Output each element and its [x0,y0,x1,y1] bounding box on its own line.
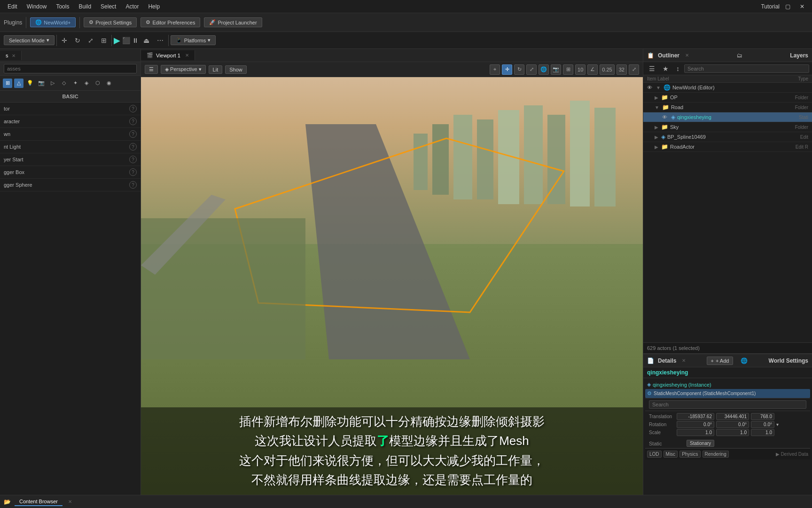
close-btn[interactable]: ✕ [796,2,808,11]
list-item-character[interactable]: aracter ? [0,115,141,128]
left-panel-tab[interactable]: s ✕ [0,51,22,60]
outliner-star-btn[interactable]: ★ [660,64,671,74]
visibility-icon-qingxie[interactable]: 👁 [662,114,667,120]
select-mode-icon[interactable]: ⌖ [490,64,500,75]
expand-arrow-sky[interactable]: ▶ [655,125,658,130]
rendering-btn[interactable]: Rendering [703,451,729,458]
outliner-item-qingxiesheying[interactable]: 👁 ◈ qingxiesheying Stati [643,112,812,122]
filter-material-icon[interactable]: ◉ [104,79,114,88]
rotation-z[interactable] [751,421,774,428]
menu-tools[interactable]: Tools [52,2,73,11]
help-icon-start[interactable]: ? [129,156,137,163]
translation-y[interactable] [716,413,749,420]
snap-tool[interactable]: ⊞ [98,35,109,46]
close-content-browser[interactable]: ✕ [68,499,72,504]
menu-actor[interactable]: Actor [122,2,142,11]
add-component-button[interactable]: + + Add [707,357,734,365]
outliner-sort-btn[interactable]: ↕ [673,64,682,74]
hamburger-menu-button[interactable]: ☰ [145,65,158,74]
close-outliner[interactable]: ✕ [685,53,689,58]
show-button[interactable]: Show [225,65,247,74]
filter-camera-icon[interactable]: 📷 [37,79,46,88]
viewport-tab-1[interactable]: 🎬 Viewport 1 ✕ [141,50,195,60]
translation-z[interactable] [751,413,774,420]
eject-button[interactable]: ⏏ [141,35,152,46]
outliner-filter-btn[interactable]: ☰ [646,64,658,74]
close-details[interactable]: ✕ [682,358,686,363]
instance-row[interactable]: ◈ qingxiesheying (Instance) [645,380,810,389]
expand-arrow-roadactor[interactable]: ▶ [655,144,658,150]
help-icon-trigger-box[interactable]: ? [129,168,137,176]
menu-window[interactable]: Window [23,2,51,11]
outliner-item-road[interactable]: ▼ 📁 Road Folder [643,103,812,112]
outliner-item-roadactor[interactable]: ▶ 📁 RoadActor Edit R [643,142,812,152]
stop-button[interactable]: ⬛ [122,37,130,44]
help-icon-character[interactable]: ? [129,118,137,125]
close-viewport-tab[interactable]: ✕ [185,53,189,58]
rotate-mode-icon[interactable]: ↻ [514,64,524,75]
project-launcher-button[interactable]: 🚀 Project Launcher [204,17,262,27]
project-settings-button[interactable]: ⚙ Project Settings [84,17,137,27]
menu-select[interactable]: Select [97,2,120,11]
filter-light-icon[interactable]: 💡 [25,79,35,88]
details-search-input[interactable] [649,400,806,409]
physics-btn[interactable]: Physics [679,451,700,458]
outliner-item-bpspline[interactable]: ▶ ◈ BP_Spline10469 Edit [643,132,812,142]
new-world-button[interactable]: 🌐 NewWorld+ [30,17,76,27]
world-space-icon[interactable]: 🌐 [539,64,549,75]
grid-toggle-icon[interactable]: ⊞ [563,64,573,75]
list-item-start[interactable]: yer Start ? [0,153,141,166]
help-icon-tor[interactable]: ? [129,105,137,112]
rotation-dropdown[interactable]: ▾ [776,422,779,427]
menu-help[interactable]: Help [144,2,164,11]
close-left-tab[interactable]: ✕ [12,53,16,58]
filter-all-icon[interactable]: ⊞ [3,79,12,88]
expand-arrow-road[interactable]: ▼ [655,105,659,110]
rotate-tool[interactable]: ↻ [72,35,83,46]
platforms-button[interactable]: 📱 Platforms ▾ [171,35,216,45]
outliner-item-sky[interactable]: ▶ 📁 Sky Folder [643,122,812,132]
translation-x[interactable] [677,413,714,420]
help-icon-trigger-sphere[interactable]: ? [129,181,137,189]
scale-mode-icon[interactable]: ⤢ [526,64,537,75]
filter-play-icon[interactable]: ▷ [48,79,57,88]
list-item-light[interactable]: nt Light ? [0,141,141,153]
visibility-icon-newworld[interactable]: 👁 [647,85,652,90]
content-browser-tab[interactable]: Content Browser [15,498,62,506]
expand-arrow-bpspline[interactable]: ▶ [655,135,658,140]
scale-y[interactable] [716,429,749,436]
list-item-trigger-box[interactable]: gger Box ? [0,166,141,179]
list-item-tor[interactable]: tor ? [0,103,141,115]
filter-bp-icon[interactable]: ⬡ [93,79,102,88]
perspective-button[interactable]: ◈ Perspective ▾ [161,65,206,74]
filter-mesh-icon[interactable]: △ [14,79,23,88]
rotation-y[interactable] [716,421,749,428]
menu-build[interactable]: Build [75,2,95,11]
outliner-item-newworld[interactable]: 👁 ▼ 🌐 NewWorld (Editor) [643,83,812,93]
component-row[interactable]: ⚙ StaticMeshComponent (StaticMeshCompone… [645,389,810,398]
misc-btn[interactable]: Misc [664,451,678,458]
filter-shapes-icon[interactable]: ◇ [59,79,69,88]
list-item-trigger-sphere[interactable]: gger Sphere ? [0,179,141,191]
mobility-static-btn[interactable]: Stationary [687,440,714,447]
pause-button[interactable]: ⏸ [132,37,139,44]
rotation-x[interactable] [677,421,714,428]
scale-tool[interactable]: ⤢ [85,35,96,46]
classes-search-input[interactable] [4,64,137,73]
outliner-search-input[interactable] [684,64,809,73]
filter-fx-icon[interactable]: ✦ [70,79,80,88]
outliner-item-op[interactable]: ▶ 📁 OP Folder [643,93,812,103]
scale-x[interactable] [677,429,714,436]
help-icon-down[interactable]: ? [129,130,137,138]
maximize-btn[interactable]: ▢ [781,2,794,11]
scale-z[interactable] [751,429,774,436]
menu-edit[interactable]: Edit [4,2,21,11]
selection-mode-button[interactable]: Selection Mode ▾ [4,35,55,45]
lit-button[interactable]: Lit [209,65,223,74]
maximize-viewport-icon[interactable]: ⤢ [629,64,639,75]
lod-btn[interactable]: LOD [647,451,662,458]
help-icon-light[interactable]: ? [129,143,137,151]
filter-anim-icon[interactable]: ◈ [82,79,91,88]
expand-arrow-newworld[interactable]: ▼ [656,85,661,90]
list-item-down[interactable]: wn ? [0,128,141,141]
